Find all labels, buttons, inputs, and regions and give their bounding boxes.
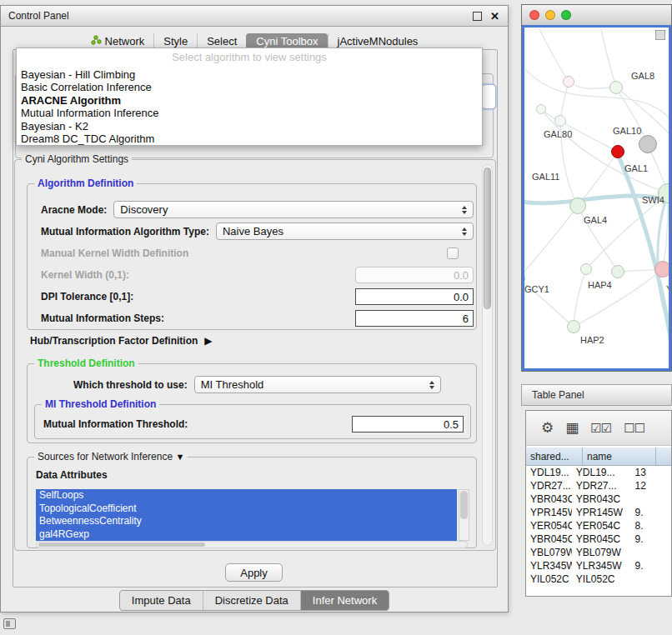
network-node[interactable]: [567, 320, 580, 333]
table-cell: YBR043C: [572, 493, 631, 505]
table-row[interactable]: YER054CYER054C8.: [526, 519, 671, 532]
close-traffic-light-icon[interactable]: [529, 10, 539, 20]
network-node[interactable]: [654, 261, 671, 278]
manual-kernel-checkbox[interactable]: [447, 248, 459, 259]
tab-select[interactable]: Select: [197, 33, 246, 49]
minimize-traffic-light-icon[interactable]: [545, 10, 555, 20]
tab-network[interactable]: Network: [82, 33, 154, 49]
mi-steps-field[interactable]: 6: [355, 310, 474, 327]
tab-style[interactable]: Style: [153, 33, 197, 49]
tab-jactivemnodules[interactable]: jActiveMNodules: [328, 33, 428, 49]
network-node[interactable]: [563, 76, 574, 88]
settings-scrollbar[interactable]: [482, 164, 493, 546]
table-cell: YBR043C: [526, 493, 572, 505]
data-attributes-list[interactable]: SelfLoopsTopologicalCoefficientBetweenne…: [36, 489, 457, 541]
table-row[interactable]: YBL079WYBL079W: [526, 546, 671, 559]
table-row[interactable]: YDR27...YDR27...12: [526, 479, 671, 492]
table-row[interactable]: YPR145WYPR145W9.: [526, 506, 671, 519]
threshold-definition-groupbox: Threshold Definition Which threshold to …: [27, 363, 477, 443]
select-all-rows-icon[interactable]: ☑☑: [590, 422, 611, 434]
network-icon: [91, 35, 102, 48]
mi-threshold-field[interactable]: 0.5: [352, 416, 464, 432]
table-cell: 13: [630, 467, 671, 478]
mi-type-label: Mutual Information Algorithm Type:: [41, 226, 209, 238]
network-window-titlebar[interactable]: [522, 5, 671, 26]
table-cell: 9.: [630, 560, 671, 572]
network-node-label-hap4: HAP4: [588, 280, 612, 290]
network-node-label-y: Y: [666, 284, 671, 294]
mi-type-value: Naive Bayes: [223, 225, 459, 238]
dropdown-item-bayesian-hill-climbing[interactable]: Bayesian - Hill Climbing: [17, 68, 482, 81]
network-view-window: GAL8GAL80GAL10GAL11GAL1SWI4GAL4GCY1HAP4Y…: [521, 4, 672, 372]
algorithm-combo-fragment[interactable]: [481, 84, 496, 109]
table-cell: YDR27...: [526, 480, 572, 492]
attributes-horizontal-scrollbar[interactable]: [36, 541, 468, 548]
bottom-tab-infer-network[interactable]: Infer Network: [300, 591, 389, 610]
table-row[interactable]: YBR043CYBR043C: [526, 492, 671, 506]
apply-button[interactable]: Apply: [225, 563, 283, 582]
kernel-width-field[interactable]: 0.0: [355, 267, 474, 283]
network-node[interactable]: [611, 265, 624, 278]
close-window-icon[interactable]: ✕: [490, 11, 499, 22]
aracne-mode-combobox[interactable]: Discovery: [113, 201, 474, 218]
collapsed-arrow-icon[interactable]: ▶: [204, 335, 212, 347]
dropdown-item-basic-correlation-inference[interactable]: Basic Correlation Inference: [17, 81, 482, 93]
which-threshold-combobox[interactable]: MI Threshold: [194, 376, 441, 393]
tab-cyni-toolbox[interactable]: Cyni Toolbox: [246, 33, 327, 49]
network-node[interactable]: [569, 198, 586, 214]
table-row[interactable]: YBR045CYBR045C9.: [526, 532, 671, 546]
bottom-tab-bar: Impute DataDiscretize DataInfer Network: [119, 590, 389, 611]
network-node-label-gal8: GAL8: [631, 71, 654, 81]
scrollbar-corner-box[interactable]: [655, 30, 665, 40]
table-column-header-name[interactable]: name: [583, 448, 656, 466]
network-node[interactable]: [580, 263, 592, 275]
zoom-traffic-light-icon[interactable]: [561, 10, 571, 20]
float-window-icon[interactable]: [473, 12, 482, 21]
kernel-width-label: Kernel Width (0,1):: [41, 269, 129, 281]
network-node[interactable]: [609, 81, 623, 94]
attribute-item-selfloops[interactable]: SelfLoops: [36, 489, 457, 502]
control-panel-titlebar[interactable]: Control Panel ✕: [1, 6, 508, 27]
table-panel-header[interactable]: Table Panel: [521, 384, 672, 406]
combo-arrows-icon: [459, 228, 470, 236]
table-row[interactable]: YIL052CYIL052C: [526, 572, 671, 586]
table-panel-title: Table Panel: [532, 389, 584, 401]
network-node[interactable]: [536, 104, 546, 114]
data-attributes-label: Data Attributes: [36, 469, 108, 481]
mi-threshold-groupbox: MI Threshold Definition Mutual Informati…: [34, 404, 471, 439]
network-canvas[interactable]: GAL8GAL80GAL10GAL11GAL1SWI4GAL4GCY1HAP4Y…: [522, 25, 671, 371]
attribute-item-betweennesscentrality[interactable]: BetweennessCentrality: [36, 515, 457, 528]
table-cell: 9.: [630, 507, 671, 518]
dock-panel-icon[interactable]: [3, 618, 16, 629]
aracne-mode-label: Aracne Mode:: [41, 204, 107, 216]
column-visibility-icon[interactable]: ▦: [565, 421, 578, 435]
network-node[interactable]: [554, 115, 566, 127]
which-threshold-value: MI Threshold: [201, 378, 426, 391]
table-row[interactable]: YDL19...YDL19...13: [526, 466, 671, 479]
network-node[interactable]: [639, 135, 657, 153]
dropdown-item-bayesian-k2[interactable]: Bayesian - K2: [17, 120, 482, 132]
attributes-vertical-scrollbar[interactable]: [459, 489, 469, 541]
hub-definition-label: Hub/Transcription Factor Definition: [30, 335, 198, 347]
hub-definition-toggle[interactable]: Hub/Transcription Factor Definition ▶: [30, 335, 213, 347]
attribute-item-gal4rgexp[interactable]: gal4RGexp: [36, 528, 457, 542]
bottom-tab-impute-data[interactable]: Impute Data: [120, 591, 203, 610]
network-node-label-gal80: GAL80: [544, 129, 572, 139]
table-column-header-col3[interactable]: [656, 448, 672, 466]
tab-label: Network: [105, 35, 145, 48]
dropdown-item-mutual-information-inference[interactable]: Mutual Information Inference: [17, 107, 482, 119]
dpi-tolerance-field[interactable]: 0.0: [355, 288, 474, 305]
attribute-item-topologicalcoefficient[interactable]: TopologicalCoefficient: [36, 502, 457, 516]
deselect-all-rows-icon[interactable]: ☐☐: [624, 422, 644, 434]
table-column-header-shared[interactable]: shared...: [526, 448, 583, 466]
bottom-tab-discretize-data[interactable]: Discretize Data: [203, 591, 300, 610]
network-node[interactable]: [611, 145, 624, 158]
dropdown-item-dream8-dc-tdc-algorithm[interactable]: Dream8 DC_TDC Algorithm: [17, 132, 482, 145]
settings-scrollbar-thumb[interactable]: [484, 168, 491, 309]
table-header-row: shared...name: [526, 448, 672, 466]
mi-type-combobox[interactable]: Naive Bayes: [216, 222, 474, 240]
table-row[interactable]: YLR345WYLR345W9.: [526, 559, 671, 572]
dropdown-item-aracne-algorithm[interactable]: ARACNE Algorithm: [17, 94, 482, 107]
expanded-arrow-icon[interactable]: ▼: [175, 452, 184, 462]
settings-gear-icon[interactable]: ⚙: [541, 421, 553, 435]
